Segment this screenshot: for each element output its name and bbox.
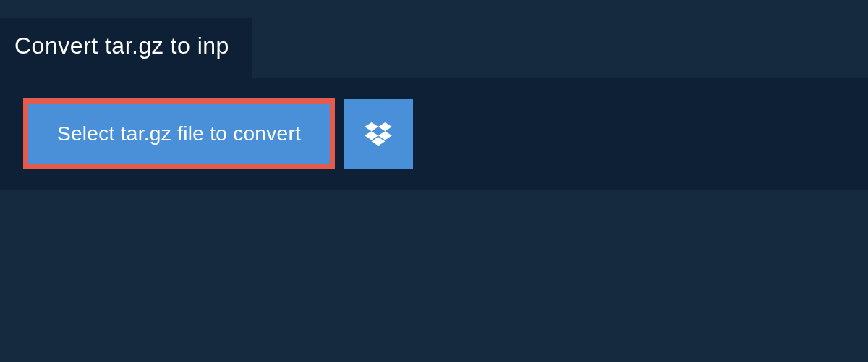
select-file-button[interactable]: Select tar.gz file to convert xyxy=(23,98,335,169)
page-title: Convert tar.gz to inp xyxy=(14,33,229,59)
dropbox-button[interactable] xyxy=(344,99,413,169)
dropbox-icon xyxy=(365,122,392,146)
tab-header: Convert tar.gz to inp xyxy=(0,18,252,78)
upload-panel: Select tar.gz file to convert xyxy=(0,78,868,190)
select-file-label: Select tar.gz file to convert xyxy=(57,122,301,145)
